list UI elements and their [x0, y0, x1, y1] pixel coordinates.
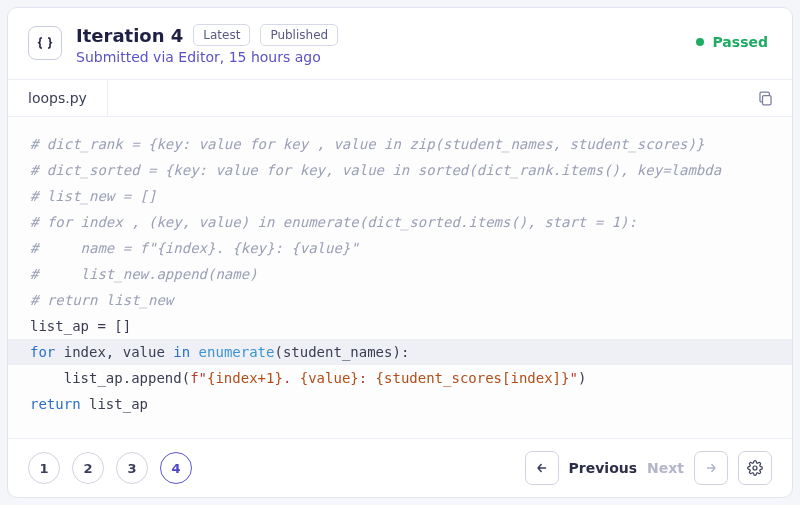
page-button-1[interactable]: 1 — [28, 452, 60, 484]
status-dot-icon — [696, 38, 704, 46]
status-badge: Passed — [696, 34, 768, 50]
submission-info: Submitted via Editor, 15 hours ago — [76, 49, 682, 65]
badge-latest: Latest — [193, 24, 250, 46]
previous-button[interactable] — [525, 451, 559, 485]
settings-button[interactable] — [738, 451, 772, 485]
badge-published: Published — [260, 24, 338, 46]
code-line: # dict_sorted = {key: value for key, val… — [8, 157, 792, 183]
code-line: # list_new = [] — [8, 183, 792, 209]
copy-icon[interactable] — [757, 90, 774, 107]
code-line: for index, value in enumerate(student_na… — [8, 339, 792, 365]
code-viewport: # dict_rank = {key: value for key , valu… — [8, 117, 792, 438]
code-line: # for index , (key, value) in enumerate(… — [8, 209, 792, 235]
pagination-nav: Previous Next — [525, 451, 772, 485]
footer: 1234 Previous Next — [8, 438, 792, 497]
header-main: Iteration 4 Latest Published Submitted v… — [76, 24, 682, 65]
code-line: # dict_rank = {key: value for key , valu… — [8, 131, 792, 157]
code-line: # return list_new — [8, 287, 792, 313]
card-header: Iteration 4 Latest Published Submitted v… — [8, 8, 792, 79]
code-brackets-icon — [28, 26, 62, 60]
code-line: # name = f"{index}. {key}: {value}" — [8, 235, 792, 261]
page-button-3[interactable]: 3 — [116, 452, 148, 484]
pagination-pages: 1234 — [28, 452, 192, 484]
code-line: list_ap = [] — [8, 313, 792, 339]
code-line: # list_new.append(name) — [8, 261, 792, 287]
code-scroll[interactable]: # dict_rank = {key: value for key , valu… — [8, 117, 792, 438]
next-button[interactable] — [694, 451, 728, 485]
gear-icon — [747, 460, 763, 476]
svg-rect-0 — [763, 95, 772, 104]
iteration-card: Iteration 4 Latest Published Submitted v… — [7, 7, 793, 498]
tab-file[interactable]: loops.py — [8, 80, 108, 116]
file-tabs: loops.py — [8, 79, 792, 117]
code-line: return list_ap — [8, 391, 792, 417]
next-label: Next — [647, 460, 684, 476]
svg-point-1 — [753, 466, 757, 470]
page-button-2[interactable]: 2 — [72, 452, 104, 484]
previous-label[interactable]: Previous — [569, 460, 638, 476]
iteration-title: Iteration 4 — [76, 25, 183, 46]
code-line: list_ap.append(f"{index+1}. {value}: {st… — [8, 365, 792, 391]
status-label: Passed — [712, 34, 768, 50]
page-button-4[interactable]: 4 — [160, 452, 192, 484]
